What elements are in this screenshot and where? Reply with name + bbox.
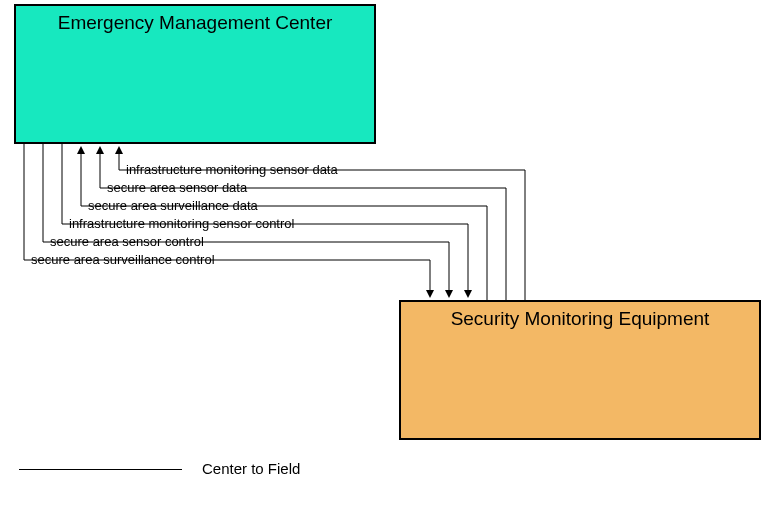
flow-label-infra-mon-sensor-data: infrastructure monitoring sensor data	[126, 162, 338, 177]
flow-label-infra-mon-sensor-control: infrastructure monitoring sensor control	[69, 216, 294, 231]
node-title: Emergency Management Center	[58, 12, 333, 33]
node-title: Security Monitoring Equipment	[451, 308, 710, 329]
flow-label-secure-area-sensor-data: secure area sensor data	[107, 180, 247, 195]
flow-label-secure-area-surveillance-control: secure area surveillance control	[31, 252, 215, 267]
legend-label-center-to-field: Center to Field	[202, 460, 300, 477]
node-emergency-management-center[interactable]: Emergency Management Center	[14, 4, 376, 144]
legend-line-center-to-field	[19, 469, 182, 470]
flow-label-secure-area-sensor-control: secure area sensor control	[50, 234, 204, 249]
node-security-monitoring-equipment[interactable]: Security Monitoring Equipment	[399, 300, 761, 440]
flow-label-secure-area-surveillance-data: secure area surveillance data	[88, 198, 258, 213]
